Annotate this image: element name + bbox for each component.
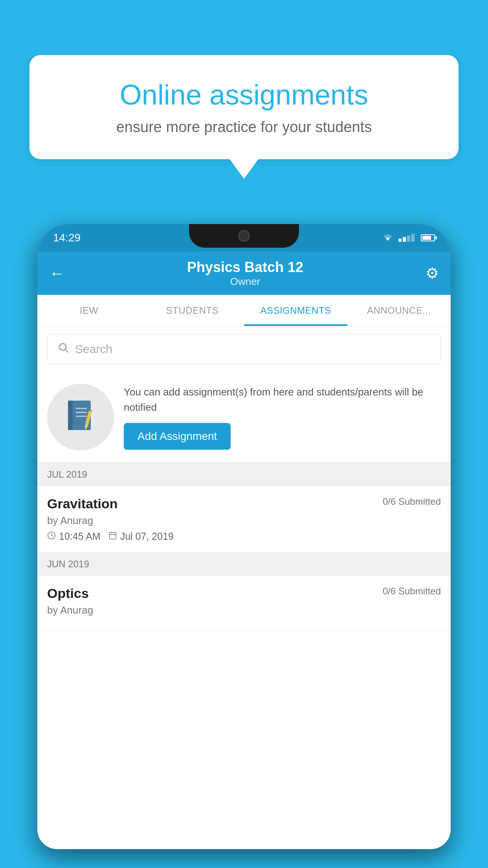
promo-content: You can add assignment(s) from here and … — [124, 384, 441, 450]
section-header-jun: JUN 2019 — [37, 552, 451, 576]
assignment-meta-gravitation: 10:45 AM Jul 07, 2019 — [47, 531, 441, 542]
assignment-gravitation[interactable]: Gravitation 0/6 Submitted by Anurag 10:4… — [37, 486, 451, 552]
assignment-time: 10:45 AM — [47, 531, 101, 542]
phone-frame: 14:29 — [37, 224, 451, 849]
search-input-placeholder: Search — [75, 342, 112, 356]
promo-icon-circle — [47, 384, 114, 451]
back-button[interactable]: ← — [49, 265, 65, 282]
speech-bubble-subtitle: ensure more practice for your students — [57, 119, 431, 136]
header-subtitle: Owner — [187, 276, 303, 288]
wifi-icon — [382, 234, 394, 242]
app-header: ← Physics Batch 12 Owner ⚙ — [37, 252, 451, 295]
settings-icon[interactable]: ⚙ — [426, 265, 439, 282]
tab-assignments[interactable]: ASSIGNMENTS — [244, 295, 347, 326]
svg-line-1 — [66, 350, 68, 353]
header-title-container: Physics Batch 12 Owner — [187, 259, 303, 288]
search-container: Search — [37, 326, 451, 372]
svg-line-9 — [89, 410, 92, 411]
phone-camera — [238, 230, 250, 242]
date-value: Jul 07, 2019 — [120, 531, 174, 542]
assignment-author-optics: by Anurag — [47, 604, 441, 616]
assignment-top-row: Gravitation 0/6 Submitted — [47, 496, 441, 511]
svg-rect-11 — [109, 532, 116, 539]
tab-students[interactable]: STUDENTS — [141, 295, 244, 326]
assignment-submitted-gravitation: 0/6 Submitted — [383, 496, 441, 507]
assignment-author-gravitation: by Anurag — [47, 515, 441, 527]
notebook-icon — [64, 399, 97, 436]
inner-screen: 14:29 — [37, 224, 451, 849]
phone-notch — [189, 224, 299, 248]
status-time: 14:29 — [53, 232, 81, 244]
assignment-optics-top-row: Optics 0/6 Submitted — [47, 586, 441, 601]
signal-icon — [398, 234, 415, 242]
phone-mockup: 14:29 — [37, 224, 451, 868]
speech-bubble-title: Online assignments — [57, 79, 431, 111]
assignment-date: Jul 07, 2019 — [108, 531, 174, 542]
add-assignment-button[interactable]: Add Assignment — [124, 423, 231, 450]
battery-icon — [421, 234, 435, 241]
clock-icon — [47, 531, 56, 542]
tab-announcements[interactable]: ANNOUNCE... — [347, 295, 451, 326]
speech-bubble-container: Online assignments ensure more practice … — [29, 55, 459, 159]
assignment-submitted-optics: 0/6 Submitted — [383, 586, 441, 597]
search-icon — [57, 342, 69, 357]
assignment-title-optics: Optics — [47, 586, 89, 601]
calendar-icon — [108, 531, 117, 542]
promo-section: You can add assignment(s) from here and … — [37, 372, 451, 463]
svg-rect-3 — [68, 401, 73, 430]
search-bar[interactable]: Search — [47, 334, 441, 364]
assignment-title-gravitation: Gravitation — [47, 496, 117, 511]
header-title: Physics Batch 12 — [187, 259, 303, 276]
time-value: 10:45 AM — [59, 531, 101, 542]
tab-bar: IEW STUDENTS ASSIGNMENTS ANNOUNCE... — [37, 295, 451, 326]
speech-bubble: Online assignments ensure more practice … — [29, 55, 459, 159]
tab-iew[interactable]: IEW — [37, 295, 141, 326]
promo-description: You can add assignment(s) from here and … — [124, 384, 441, 415]
status-icons — [382, 234, 435, 242]
assignment-optics[interactable]: Optics 0/6 Submitted by Anurag — [37, 576, 451, 631]
section-header-jul: JUL 2019 — [37, 463, 451, 486]
svg-point-0 — [59, 344, 66, 351]
